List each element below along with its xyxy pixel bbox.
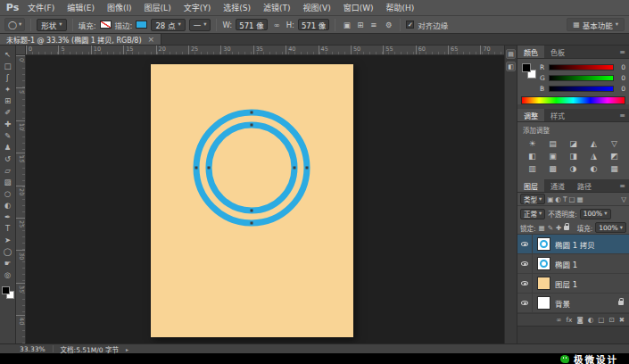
adjustment-icon[interactable]: ☀	[523, 137, 542, 149]
zoom-level[interactable]: 33.33%	[20, 345, 46, 353]
menu-item[interactable]: 图像(I)	[101, 0, 138, 16]
eyedropper-tool[interactable]: ✐	[0, 106, 16, 118]
menu-item[interactable]: 窗口(W)	[337, 0, 380, 16]
marquee-tool[interactable]: □	[0, 60, 16, 71]
tool-preset-dropdown[interactable]: ◯ ▾	[4, 18, 25, 31]
layer-filter-icon[interactable]: ▣	[547, 195, 553, 203]
adjustment-icon[interactable]: ◐	[584, 162, 603, 174]
gradient-tool[interactable]: ▨	[0, 176, 16, 187]
panel-tab[interactable]: 调整	[517, 109, 544, 121]
panel-menu-icon[interactable]: ≡	[619, 109, 625, 121]
link-dimensions-icon[interactable]: ∞	[271, 19, 283, 31]
adjustment-icon[interactable]: ◪	[564, 137, 583, 149]
align-edges-checkbox[interactable]: ✓	[406, 21, 414, 29]
crop-tool[interactable]: ⊞	[0, 95, 16, 106]
foreground-color-swatch[interactable]	[522, 63, 531, 72]
slider-track[interactable]	[549, 64, 614, 70]
opacity-value[interactable]: 100% ▾	[580, 209, 611, 219]
path-operation-icon[interactable]: ⊞	[354, 19, 366, 31]
dodge-tool[interactable]: ◐	[0, 199, 16, 211]
layer-filter-icon[interactable]: ▦	[577, 195, 583, 203]
color-spectrum[interactable]	[521, 96, 625, 104]
shape-height-field[interactable]: 571 像	[298, 19, 329, 30]
layer-thumbnail[interactable]	[537, 296, 550, 310]
adjustment-icon[interactable]: ▣	[543, 150, 562, 161]
visibility-toggle[interactable]	[517, 294, 533, 312]
move-tool[interactable]: ↖	[0, 48, 16, 60]
color-slider[interactable]: G 0	[540, 74, 625, 82]
adjustment-icon[interactable]: ▥	[523, 162, 542, 174]
eraser-tool[interactable]: ▱	[0, 164, 16, 176]
status-popup-icon[interactable]: ▸	[126, 346, 128, 352]
adjustment-icon[interactable]: ▩	[543, 162, 562, 174]
path-operation-icon[interactable]: ≡	[368, 19, 379, 31]
panel-tab[interactable]: 通道	[544, 179, 571, 192]
menu-item[interactable]: 文件(F)	[21, 0, 61, 16]
adjustment-icon[interactable]: ◭	[584, 137, 603, 149]
clone-stamp-tool[interactable]: ♟	[0, 141, 16, 153]
horizontal-ruler[interactable]: 0510152025303540455055606570	[26, 46, 504, 55]
blend-mode-select[interactable]: 正常 ▾	[520, 209, 545, 219]
lock-option-icon[interactable]: ✎	[548, 224, 553, 232]
stroke-width-select[interactable]: 28 点 ▾	[151, 19, 185, 31]
type-tool[interactable]: T	[0, 222, 16, 234]
layer-thumbnail[interactable]	[537, 237, 550, 251]
quick-selection-tool[interactable]: ✦	[0, 83, 16, 95]
panel-menu-icon[interactable]: ≡	[619, 179, 625, 192]
pen-tool[interactable]: ✒	[0, 211, 16, 222]
lock-option-icon[interactable]: ▦	[539, 224, 545, 232]
layers-footer-icon[interactable]: ✖	[619, 316, 625, 324]
menu-item[interactable]: 编辑(E)	[61, 0, 101, 16]
panel-tab[interactable]: 色板	[544, 46, 571, 58]
layer-row[interactable]: 椭圆 1 拷贝	[517, 235, 629, 254]
lock-option-icon[interactable]: ✚	[556, 224, 561, 232]
history-brush-tool[interactable]: ↺	[0, 153, 16, 164]
document-tab[interactable]: 未标题-1 @ 33.3% (椭圆 1 拷贝, RGB/8) ×	[0, 34, 161, 45]
lock-all-icon[interactable]	[564, 226, 569, 230]
foreground-color-swatch[interactable]	[2, 286, 10, 294]
layer-row[interactable]: 图层 1	[517, 274, 629, 294]
filter-toggle-icon[interactable]: ▽	[621, 195, 626, 203]
layer-row[interactable]: 椭圆 1	[517, 254, 629, 274]
slider-track[interactable]	[549, 75, 614, 81]
zoom-tool[interactable]: ◎	[0, 269, 16, 280]
adjustment-icon[interactable]: ◨	[564, 150, 583, 161]
layer-row[interactable]: 背景	[517, 294, 629, 313]
collapsed-panel-icon[interactable]: ◧	[506, 62, 516, 71]
tab-close-icon[interactable]: ×	[148, 36, 155, 44]
document[interactable]	[151, 64, 353, 337]
stroke-style-select[interactable]: — ▾	[189, 19, 211, 31]
layers-footer-icon[interactable]: ⊡	[608, 316, 614, 324]
panel-tab[interactable]: 图层	[517, 179, 544, 192]
layers-footer-icon[interactable]: ◙	[576, 316, 583, 324]
menu-item[interactable]: 帮助(H)	[380, 0, 421, 16]
color-swatches[interactable]	[2, 286, 14, 299]
stroke-color-swatch[interactable]	[136, 21, 147, 29]
vertical-ruler[interactable]: 0510152025303540	[16, 55, 26, 343]
color-slider[interactable]: B 0	[540, 85, 625, 93]
brush-tool[interactable]: ✎	[0, 129, 16, 141]
panel-menu-icon[interactable]: ≡	[619, 46, 625, 58]
layers-footer-icon[interactable]: ◐	[588, 316, 594, 324]
lasso-tool[interactable]: ʃ	[0, 71, 16, 83]
canvas-viewport[interactable]	[26, 55, 504, 343]
hand-tool[interactable]: ☛	[0, 257, 16, 269]
path-selection-tool[interactable]: ➤	[0, 234, 16, 245]
layer-filter-icon[interactable]: □	[569, 195, 575, 203]
fill-value[interactable]: 100% ▾	[595, 222, 626, 233]
gear-icon[interactable]: ⚙	[383, 19, 394, 31]
layers-footer-icon[interactable]: fx	[566, 316, 572, 324]
adjustment-icon[interactable]: ◧	[523, 150, 542, 161]
tool-mode-select[interactable]: 形状 ▾	[37, 19, 66, 31]
layer-filter-icon[interactable]: ◐	[555, 195, 561, 203]
adjustment-icon[interactable]: ◑	[564, 162, 583, 174]
adjustment-icon[interactable]: ◩	[605, 150, 624, 161]
healing-brush-tool[interactable]: ✚	[0, 118, 16, 129]
shape-width-field[interactable]: 571 像	[236, 19, 267, 30]
color-swatches-mini[interactable]	[521, 62, 537, 82]
menu-item[interactable]: 图层(L)	[138, 0, 178, 16]
panel-tab[interactable]: 颜色	[517, 46, 544, 58]
menu-item[interactable]: 视图(V)	[296, 0, 336, 16]
adjustment-icon[interactable]: ◮	[584, 150, 603, 161]
menu-item[interactable]: 滤镜(T)	[257, 0, 297, 16]
